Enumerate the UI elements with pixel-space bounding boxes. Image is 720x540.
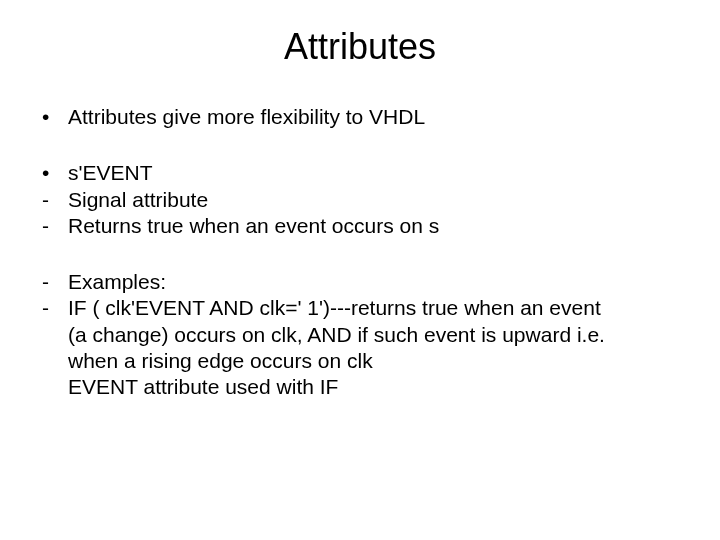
list-item: Returns true when an event occurs on s [40,213,680,239]
list-item: Examples: [40,269,680,295]
list-item-text: Signal attribute [68,188,208,211]
bullet-group-3: Examples: IF ( clk'EVENT AND clk=' 1')--… [40,269,680,400]
bullet-group-1: Attributes give more flexibility to VHDL [40,104,680,130]
list-item: Attributes give more flexibility to VHDL [40,104,680,130]
list-item: IF ( clk'EVENT AND clk=' 1')---returns t… [40,295,680,400]
list-item-line: when a rising edge occurs on clk [68,348,680,374]
list-item-line: EVENT attribute used with IF [68,374,680,400]
slide-title: Attributes [40,26,680,68]
slide: Attributes Attributes give more flexibil… [0,0,720,540]
list-item-line: (a change) occurs on clk, AND if such ev… [68,322,680,348]
list-item-text: Examples: [68,270,166,293]
list-item: Signal attribute [40,187,680,213]
list-item-line: IF ( clk'EVENT AND clk=' 1')---returns t… [68,295,680,321]
list-item-text: Returns true when an event occurs on s [68,214,439,237]
list-item: s'EVENT [40,160,680,186]
list-item-text: s'EVENT [68,161,153,184]
list-item-text: Attributes give more flexibility to VHDL [68,105,425,128]
bullet-group-2: s'EVENT Signal attribute Returns true wh… [40,160,680,239]
